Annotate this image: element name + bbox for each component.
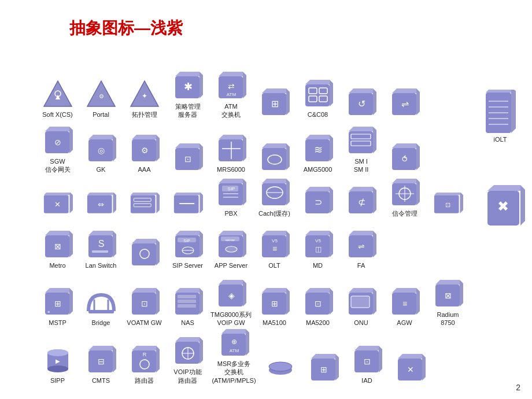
- icon-agw-label: AGW: [397, 319, 412, 327]
- icon-row6-blank16: ⊞: [302, 352, 345, 386]
- icon-app-server-label: APP Server: [215, 261, 247, 269]
- svg-marker-146: [175, 231, 200, 235]
- svg-point-218: [47, 349, 68, 356]
- svg-text:◫: ◫: [315, 245, 321, 253]
- icon-portal: ⚙ Portal: [79, 77, 123, 120]
- svg-marker-129: [434, 193, 460, 195]
- icon-blank1: ⊞: [253, 86, 296, 120]
- svg-text:⇔: ⇔: [97, 200, 104, 209]
- svg-text:⊡: ⊡: [364, 357, 371, 366]
- icon-voatm-gw-label: VOATM GW: [127, 319, 161, 327]
- icon-app-server: server APP Server: [209, 228, 253, 271]
- svg-rect-76: [349, 131, 373, 153]
- svg-marker-104: [243, 179, 246, 205]
- icon-pbx: SIP PBX: [209, 176, 253, 219]
- icon-ma5100: ⊞ MA5100: [253, 286, 296, 328]
- icon-row-3: ✕ ⇔: [36, 176, 470, 219]
- icon-sipp-label: SIPP: [50, 376, 65, 385]
- icon-cmts: ⊟ CMTS: [79, 343, 123, 386]
- svg-marker-137: [88, 231, 113, 235]
- svg-marker-99: [173, 193, 200, 195]
- svg-text:⊘: ⊘: [54, 138, 61, 147]
- svg-text:R: R: [142, 352, 146, 357]
- icon-mrs6000: MRS6000: [209, 132, 253, 175]
- icon-olt-label: OLT: [268, 261, 280, 269]
- svg-text:⊡: ⊡: [315, 299, 322, 308]
- icon-topology-label: 拓扑管理: [132, 110, 157, 119]
- icon-row3-flat1: ✕: [36, 191, 79, 219]
- icon-tmg8000: ◈ TMG8000系列VOIP GW: [209, 278, 253, 328]
- icon-row2-blank6: ⥀: [383, 141, 426, 175]
- icon-onu: ONU: [339, 286, 383, 328]
- svg-marker-174: [45, 288, 69, 293]
- svg-marker-77: [349, 127, 373, 131]
- icon-metro: ⊠ Metro: [36, 228, 79, 271]
- svg-marker-44: [487, 185, 520, 191]
- svg-marker-53: [113, 135, 116, 161]
- svg-text:⇌: ⇌: [401, 99, 408, 109]
- svg-marker-226: [156, 346, 160, 372]
- svg-marker-221: [88, 346, 113, 350]
- icon-sm: SM ISM II: [339, 124, 383, 175]
- icon-atm-switch: ⇄ ATM ATM交换机: [209, 69, 253, 120]
- icon-nas: NAS: [166, 286, 209, 328]
- icon-row-4: ⊠ Metro S Lan Switch: [36, 228, 383, 271]
- svg-rect-190: [178, 304, 196, 308]
- svg-marker-192: [219, 280, 243, 285]
- icon-fa-label: FA: [357, 261, 365, 269]
- svg-marker-22: [330, 80, 333, 106]
- svg-text:✕: ✕: [407, 365, 414, 374]
- svg-text:⊡: ⊡: [184, 154, 191, 164]
- svg-marker-230: [175, 337, 200, 342]
- svg-rect-140: [92, 250, 108, 253]
- svg-marker-249: [379, 346, 382, 372]
- svg-text:⊞: ⊞: [54, 299, 61, 308]
- icon-msr-label: MSR多业务交换机(ATM/IP/MPLS): [212, 360, 256, 385]
- svg-text:⊞: ⊞: [271, 99, 278, 109]
- icon-router-label: 路由器: [135, 376, 154, 385]
- svg-marker-182: [132, 288, 156, 293]
- icon-row-5: ⊞ ≡ MSTP Bridge ⊡ VOAT: [36, 278, 470, 328]
- svg-text:S: S: [98, 239, 104, 249]
- svg-text:⊞: ⊞: [271, 299, 278, 308]
- svg-marker-213: [460, 280, 463, 306]
- svg-marker-82: [392, 143, 416, 148]
- svg-marker-170: [349, 231, 373, 235]
- svg-marker-166: [330, 231, 333, 257]
- svg-text:⊠: ⊠: [445, 291, 452, 300]
- svg-text:✖: ✖: [497, 198, 509, 214]
- svg-marker-17: [262, 88, 286, 93]
- icon-policy-server: ✱ 策略管理服务器: [166, 69, 209, 120]
- icon-right-box: ✖: [485, 185, 525, 228]
- icon-amg5000: ≋ AMG5000: [296, 132, 339, 175]
- svg-marker-237: [246, 329, 249, 356]
- svg-marker-171: [373, 231, 376, 257]
- svg-text:⊟: ⊟: [98, 357, 105, 366]
- svg-marker-21: [305, 80, 330, 84]
- icon-soft-x-label: Soft X(CS): [42, 110, 73, 119]
- icon-bridge-label: Bridge: [92, 319, 110, 327]
- svg-text:SIP: SIP: [227, 186, 235, 191]
- page-number: 2: [516, 383, 520, 392]
- icon-cmts-label: CMTS: [92, 376, 110, 385]
- svg-marker-12: [219, 72, 243, 76]
- svg-rect-206: [351, 296, 370, 308]
- svg-text:⚙: ⚙: [141, 146, 148, 155]
- svg-marker-205: [373, 288, 376, 315]
- svg-rect-93: [130, 195, 155, 214]
- svg-marker-245: [335, 354, 339, 380]
- svg-text:⊕: ⊕: [231, 338, 237, 346]
- svg-rect-189: [178, 300, 196, 303]
- svg-marker-61: [200, 143, 203, 170]
- svg-marker-161: [286, 231, 290, 257]
- svg-marker-187: [200, 288, 203, 315]
- svg-rect-141: [132, 243, 156, 265]
- svg-marker-225: [132, 346, 156, 350]
- svg-text:↺: ↺: [357, 99, 365, 109]
- svg-text:✦: ✦: [142, 92, 147, 100]
- svg-marker-64: [219, 135, 243, 139]
- svg-marker-222: [113, 346, 116, 372]
- icon-row3-flat3: [123, 191, 166, 219]
- icon-soft-x: ▲ Soft X(CS): [36, 77, 79, 120]
- icon-gk: ◎ GK: [79, 132, 123, 175]
